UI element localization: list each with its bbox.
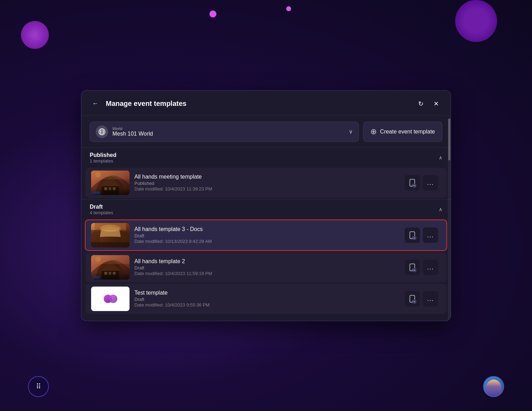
published-section-title: Published bbox=[90, 152, 116, 158]
more-options-button[interactable]: ... bbox=[423, 175, 438, 190]
published-section-count: 1 templates bbox=[90, 158, 116, 164]
template-actions: − ... bbox=[405, 228, 438, 243]
apps-button[interactable]: ⠿ bbox=[28, 376, 49, 397]
more-icon: ... bbox=[427, 295, 434, 303]
scrollbar-thumb[interactable] bbox=[448, 118, 450, 160]
chevron-down-icon: ∨ bbox=[349, 128, 353, 135]
logo-placeholder bbox=[91, 287, 130, 311]
svg-rect-8 bbox=[109, 187, 111, 190]
more-options-button[interactable]: ... bbox=[423, 260, 438, 275]
close-icon: ✕ bbox=[434, 100, 439, 108]
more-options-button[interactable]: ... bbox=[423, 228, 438, 243]
template-date: Date modified: 10/4/2023 11:39:23 PM bbox=[134, 186, 400, 192]
published-collapse-button[interactable]: ∧ bbox=[439, 155, 442, 160]
template-actions: − ... bbox=[405, 291, 438, 307]
svg-rect-25 bbox=[109, 272, 111, 275]
avatar-figure bbox=[486, 380, 502, 397]
more-options-button[interactable]: ... bbox=[423, 291, 438, 307]
bg-orb-3 bbox=[209, 10, 216, 17]
refresh-icon: ↻ bbox=[418, 100, 423, 108]
world-label: World bbox=[112, 127, 345, 131]
remove-from-device-button[interactable]: − bbox=[405, 175, 420, 190]
world-info: World Mesh 101 World bbox=[112, 127, 345, 137]
create-event-template-button[interactable]: ⊕ Create event template bbox=[363, 122, 442, 142]
svg-point-33 bbox=[109, 295, 117, 303]
phone-minus-icon-container: − bbox=[409, 295, 415, 303]
template-info: All hands template 3 - Docs Draft Date m… bbox=[134, 226, 400, 244]
template-date: Date modified: 10/13/2023 9:42:28 AM bbox=[134, 239, 400, 244]
phone-minus-icon-container: − bbox=[409, 179, 415, 187]
phone-minus-icon-container: − bbox=[409, 231, 415, 239]
template-thumbnail bbox=[91, 223, 130, 247]
template-name: All hands meeting template bbox=[134, 174, 400, 180]
template-actions: − ... bbox=[405, 175, 438, 190]
template-info: All hands template 2 Draft Date modified… bbox=[134, 258, 400, 276]
back-button[interactable]: ← bbox=[90, 98, 101, 109]
remove-from-device-button[interactable]: − bbox=[405, 260, 420, 275]
svg-rect-29 bbox=[93, 276, 100, 279]
svg-point-19 bbox=[100, 225, 121, 232]
minus-badge: − bbox=[412, 236, 416, 240]
world-name: Mesh 101 World bbox=[112, 131, 345, 137]
close-button[interactable]: ✕ bbox=[430, 98, 442, 110]
minus-badge: − bbox=[412, 300, 416, 304]
template-item[interactable]: Test template Draft Date modified: 10/4/… bbox=[86, 284, 446, 314]
draft-section-title: Draft bbox=[90, 204, 113, 210]
phone-minus-icon-container: − bbox=[409, 264, 415, 271]
globe-icon bbox=[98, 128, 106, 136]
svg-rect-7 bbox=[104, 187, 107, 190]
published-section-left: Published 1 templates bbox=[90, 152, 116, 164]
template-date: Date modified: 10/4/2023 9:55:36 PM bbox=[134, 302, 400, 308]
template-info: All hands meeting template Published Dat… bbox=[134, 174, 400, 192]
svg-rect-18 bbox=[121, 230, 130, 242]
more-icon: ... bbox=[427, 179, 434, 187]
minus-badge: − bbox=[412, 268, 416, 272]
bg-orb-4 bbox=[286, 6, 291, 11]
mesh-logo-icon bbox=[101, 289, 120, 308]
top-actions: World Mesh 101 World ∨ ⊕ Create event te… bbox=[81, 116, 451, 147]
template-item[interactable]: All hands template 2 Draft Date modified… bbox=[86, 252, 446, 282]
svg-point-11 bbox=[95, 172, 101, 178]
template-item[interactable]: All hands meeting template Published Dat… bbox=[86, 168, 446, 198]
svg-rect-24 bbox=[104, 272, 107, 275]
more-icon: ... bbox=[427, 231, 434, 239]
template-status: Published bbox=[134, 181, 400, 186]
minus-badge: − bbox=[412, 183, 416, 188]
svg-rect-12 bbox=[93, 192, 100, 194]
svg-rect-26 bbox=[113, 272, 116, 275]
template-thumbnail bbox=[91, 171, 130, 195]
remove-from-device-button[interactable]: − bbox=[405, 291, 420, 307]
draft-collapse-button[interactable]: ∧ bbox=[439, 207, 442, 212]
template-thumbnail bbox=[91, 287, 130, 311]
svg-rect-9 bbox=[113, 187, 116, 190]
header-right: ↻ ✕ bbox=[414, 98, 442, 110]
template-item[interactable]: All hands template 3 - Docs Draft Date m… bbox=[85, 219, 447, 251]
bottom-spacer bbox=[81, 315, 451, 321]
svg-rect-16 bbox=[91, 242, 130, 247]
remove-from-device-button[interactable]: − bbox=[405, 228, 420, 243]
template-name: Test template bbox=[134, 290, 400, 296]
refresh-button[interactable]: ↻ bbox=[414, 98, 427, 110]
manage-templates-dialog: ← Manage event templates ↻ ✕ bbox=[81, 90, 451, 321]
avatar-button[interactable] bbox=[483, 376, 504, 397]
create-button-label: Create event template bbox=[380, 129, 435, 135]
svg-rect-17 bbox=[91, 230, 100, 242]
template-status: Draft bbox=[134, 233, 400, 238]
template-date: Date modified: 10/4/2023 11:59:19 PM bbox=[134, 271, 400, 276]
template-info: Test template Draft Date modified: 10/4/… bbox=[134, 290, 400, 308]
thumbnail-image bbox=[91, 223, 130, 247]
template-thumbnail bbox=[91, 255, 130, 280]
template-name: All hands template 2 bbox=[134, 258, 400, 265]
draft-section-left: Draft 4 templates bbox=[90, 204, 113, 215]
template-status: Draft bbox=[134, 265, 400, 271]
draft-section-count: 4 templates bbox=[90, 210, 113, 215]
draft-section-header: Draft 4 templates ∧ bbox=[81, 199, 451, 218]
back-icon: ← bbox=[92, 100, 98, 107]
world-selector[interactable]: World Mesh 101 World ∨ bbox=[90, 122, 359, 142]
dialog-title: Manage event templates bbox=[106, 100, 186, 108]
more-icon: ... bbox=[427, 263, 434, 271]
scrollbar-track[interactable] bbox=[448, 118, 451, 321]
template-name: All hands template 3 - Docs bbox=[134, 226, 400, 232]
svg-point-28 bbox=[95, 257, 101, 262]
create-plus-icon: ⊕ bbox=[370, 127, 377, 136]
